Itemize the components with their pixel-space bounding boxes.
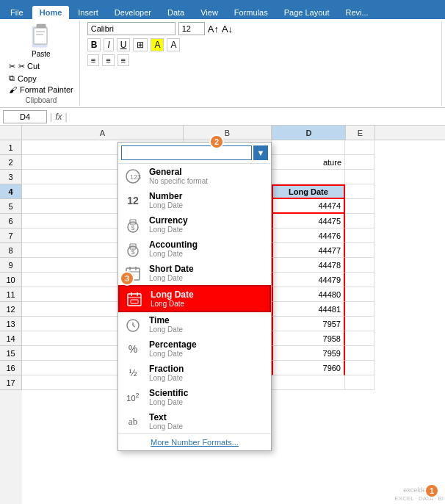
copy-button[interactable]: ⧉ Copy (7, 73, 75, 84)
font-size-input[interactable] (178, 22, 205, 35)
cell-e9[interactable] (345, 258, 375, 273)
cell-d17[interactable] (272, 375, 345, 390)
number-format-dropdown[interactable]: ▼ 123GeneralNo specific format12NumberLo… (117, 142, 272, 451)
dropdown-item-percentage[interactable]: %PercentageLong Date (118, 336, 271, 361)
dropdown-item-sub-2: Long Date (149, 226, 188, 234)
cell-e16[interactable] (345, 361, 375, 375)
dropdown-item-general[interactable]: 123GeneralNo specific format (118, 164, 271, 188)
cell-d8[interactable]: 44477 (272, 243, 345, 258)
dropdown-item-currency[interactable]: $CurrencyLong Date (118, 212, 271, 237)
dropdown-item-accounting[interactable]: $AccountingLong Date (118, 237, 271, 261)
dropdown-item-label-2: Currency (149, 215, 188, 226)
cell-e15[interactable] (345, 346, 375, 361)
cell-d14[interactable]: 7958 (272, 331, 345, 346)
format-painter-icon: 🖌 (9, 85, 17, 94)
row-header-17: 17 (0, 375, 22, 390)
cell-e1[interactable] (345, 140, 375, 155)
tab-insert[interactable]: Insert (70, 6, 106, 19)
cell-d2[interactable]: ature (272, 155, 345, 170)
cell-e6[interactable] (345, 214, 375, 228)
font-color-button[interactable]: A (167, 38, 180, 51)
tab-file[interactable]: File (3, 6, 31, 19)
font-name-input[interactable] (87, 22, 176, 35)
more-formats-link[interactable]: More Number Formats... (118, 433, 271, 450)
dropdown-item-time[interactable]: TimeLong Date (118, 312, 271, 336)
cell-d16[interactable]: 7960 (272, 361, 345, 375)
cell-d3[interactable] (272, 170, 345, 184)
dropdown-item-label-0: General (149, 167, 208, 177)
dropdown-item-text[interactable]: abTextLong Date (118, 409, 271, 433)
tab-review[interactable]: Revi... (338, 6, 375, 19)
row-header-4: 4 (0, 184, 22, 199)
cell-d10[interactable]: 44479 (272, 273, 345, 287)
cell-d5[interactable]: 44474 (272, 199, 345, 214)
cell-e5[interactable] (345, 199, 375, 214)
dropdown-search-input[interactable] (121, 145, 252, 160)
bold-button[interactable]: B (87, 38, 101, 51)
dropdown-item-sub-6: Long Date (149, 325, 183, 334)
tab-developer[interactable]: Developer (107, 6, 159, 19)
dropdown-item-fraction[interactable]: ½FractionLong Date (118, 361, 271, 385)
underline-button[interactable]: U (117, 38, 131, 51)
tab-view[interactable]: View (193, 6, 225, 19)
cell-d11[interactable]: 44480 (272, 287, 345, 302)
dropdown-item-short-date[interactable]: Short DateLong Date (118, 261, 271, 285)
cell-e11[interactable] (345, 287, 375, 302)
decrease-font-icon[interactable]: A↓ (222, 24, 233, 35)
dropdown-items-list: 123GeneralNo specific format12NumberLong… (118, 164, 271, 433)
cell-d7[interactable]: 44476 (272, 228, 345, 243)
cell-d6[interactable]: 44475 (272, 214, 345, 228)
tab-home[interactable]: Home (32, 6, 70, 19)
align-left-button[interactable]: ≡ (87, 54, 99, 66)
tab-page-layout[interactable]: Page Layout (277, 6, 337, 19)
formula-input[interactable] (70, 112, 442, 121)
callout-1: 1 (424, 483, 439, 498)
cell-d9[interactable]: 44478 (272, 258, 345, 273)
dropdown-item-long-date[interactable]: Long DateLong Date (118, 285, 271, 312)
cell-d4[interactable]: Long Date (272, 184, 345, 199)
cell-e4[interactable] (345, 184, 375, 199)
cell-e17[interactable] (345, 375, 375, 390)
increase-font-icon[interactable]: A↑ (208, 24, 219, 35)
dropdown-item-sub-7: Long Date (149, 350, 197, 358)
border-button[interactable]: ⊞ (133, 38, 148, 51)
formula-bar: | fx | (0, 108, 445, 126)
dropdown-search-button[interactable]: ▼ (253, 145, 268, 160)
spreadsheet: A B D E 1 2 3 4 5 6 7 8 9 10 11 12 13 (0, 126, 445, 504)
format-painter-button[interactable]: 🖌 Format Painter (7, 84, 75, 95)
svg-text:$: $ (131, 224, 135, 231)
cell-e14[interactable] (345, 331, 375, 346)
tab-data[interactable]: Data (160, 6, 192, 19)
svg-rect-23 (131, 300, 138, 303)
dropdown-item-scientific[interactable]: 102ScientificLong Date (118, 385, 271, 409)
cell-d13[interactable]: 7957 (272, 317, 345, 331)
cell-d1[interactable] (272, 140, 345, 155)
cell-e3[interactable] (345, 170, 375, 184)
cell-e12[interactable] (345, 302, 375, 317)
cell-e2[interactable] (345, 155, 375, 170)
cell-d15[interactable]: 7959 (272, 346, 345, 361)
dropdown-item-number[interactable]: 12NumberLong Date (118, 188, 271, 212)
cell-d12[interactable]: 44481 (272, 302, 345, 317)
row-header-9: 9 (0, 258, 22, 273)
clipboard-items: ✂ ✂ Cut ⧉ Copy 🖌 Format Painter (7, 61, 75, 95)
formula-bar-separator: | (50, 112, 52, 122)
align-right-button[interactable]: ≡ (117, 54, 129, 66)
dropdown-item-label-3: Accounting (149, 240, 198, 250)
callout-2: 2 (209, 134, 224, 149)
paste-button[interactable]: Paste (26, 22, 56, 60)
tab-formulas[interactable]: Formulas (227, 6, 275, 19)
cell-e7[interactable] (345, 228, 375, 243)
italic-button[interactable]: I (104, 38, 113, 51)
copy-icon: ⧉ (9, 73, 15, 83)
fill-color-button[interactable]: A (151, 38, 164, 51)
col-header-e: E (346, 126, 375, 140)
cell-e10[interactable] (345, 273, 375, 287)
dropdown-item-icon-2: $ (124, 216, 142, 234)
align-center-button[interactable]: ≡ (102, 54, 114, 66)
cell-e13[interactable] (345, 317, 375, 331)
name-box[interactable] (3, 110, 47, 123)
cell-e8[interactable] (345, 243, 375, 258)
dropdown-item-icon-0: 123 (124, 168, 142, 185)
cut-button[interactable]: ✂ ✂ Cut (7, 61, 75, 72)
